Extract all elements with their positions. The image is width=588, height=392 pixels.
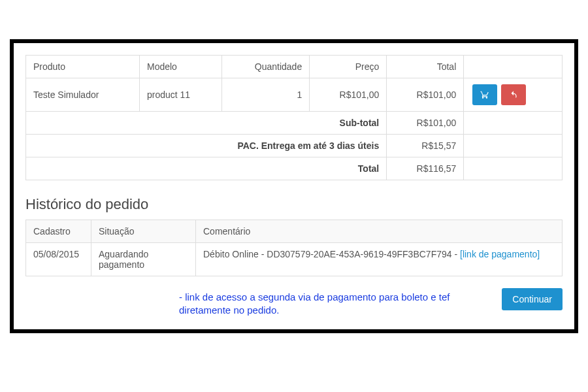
col-modelo: Modelo <box>139 56 221 78</box>
total-row: Total R$116,57 <box>26 157 563 180</box>
subtotal-label: Sub-total <box>26 112 387 135</box>
cell-preco: R$101,00 <box>310 78 387 112</box>
undo-icon <box>508 90 519 99</box>
product-row: Teste Simulador product 11 1 R$101,00 R$… <box>26 78 563 112</box>
shipping-label: PAC. Entrega em até 3 dias úteis <box>26 135 387 157</box>
cell-cadastro: 05/08/2015 <box>26 243 91 276</box>
payment-link[interactable]: [link de pagamento] <box>460 249 540 259</box>
footer-row: - link de acesso a segunda via de pagame… <box>25 288 563 318</box>
col-situacao: Situação <box>91 220 196 243</box>
col-comentario: Comentário <box>196 220 563 243</box>
col-produto: Produto <box>26 56 140 78</box>
history-header-row: Cadastro Situação Comentário <box>26 220 563 243</box>
col-quantidade: Quantidade <box>221 56 310 78</box>
history-title: Histórico do pedido <box>25 196 563 213</box>
cell-actions <box>464 78 563 112</box>
col-actions <box>464 56 563 78</box>
total-value: R$116,57 <box>387 157 464 180</box>
cell-modelo: product 11 <box>139 78 221 112</box>
comment-text: Débito Online - DD307579-20AE-453A-9619-… <box>203 249 460 259</box>
history-row: 05/08/2015 Aguardando pagamento Débito O… <box>26 243 563 276</box>
cell-situacao: Aguardando pagamento <box>91 243 196 276</box>
reorder-button[interactable] <box>472 84 497 105</box>
cell-comentario: Débito Online - DD307579-20AE-453A-9619-… <box>196 243 563 276</box>
order-panel: Produto Modelo Quantidade Preço Total Te… <box>10 39 578 333</box>
continue-button[interactable]: Continuar <box>502 288 563 310</box>
shipping-row: PAC. Entrega em até 3 dias úteis R$15,57 <box>26 135 563 157</box>
cart-icon <box>480 90 490 99</box>
col-cadastro: Cadastro <box>26 220 91 243</box>
total-label: Total <box>26 157 387 180</box>
history-table: Cadastro Situação Comentário 05/08/2015 … <box>25 220 563 276</box>
shipping-value: R$15,57 <box>387 135 464 157</box>
col-preco: Preço <box>310 56 387 78</box>
col-total: Total <box>387 56 464 78</box>
annotation-text: - link de acesso a segunda via de pagame… <box>179 291 460 318</box>
products-table: Produto Modelo Quantidade Preço Total Te… <box>25 55 563 180</box>
cell-quantidade: 1 <box>221 78 310 112</box>
subtotal-row: Sub-total R$101,00 <box>26 112 563 135</box>
cell-total: R$101,00 <box>387 78 464 112</box>
return-button[interactable] <box>501 84 526 105</box>
products-header-row: Produto Modelo Quantidade Preço Total <box>26 56 563 78</box>
subtotal-value: R$101,00 <box>387 112 464 135</box>
cell-produto: Teste Simulador <box>26 78 140 112</box>
